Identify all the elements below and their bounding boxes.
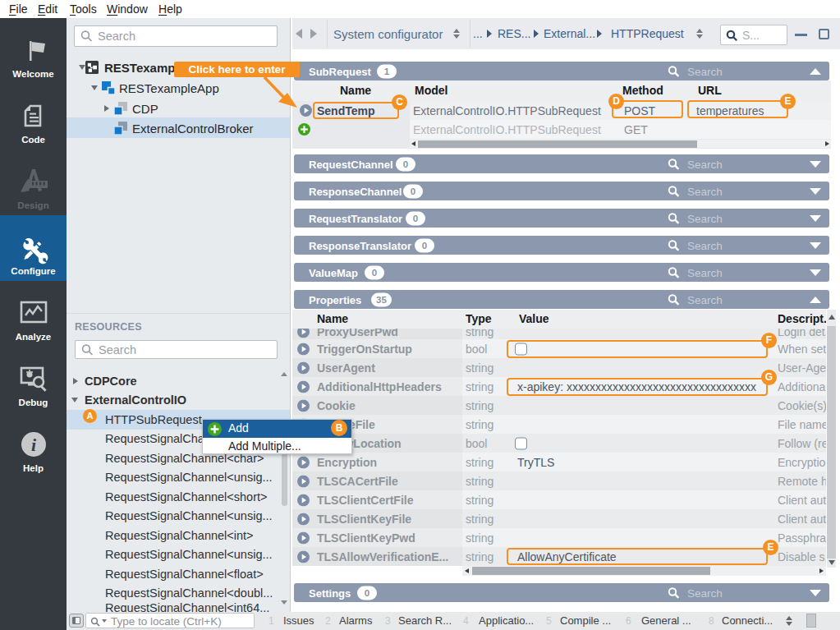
svg-text:i: i <box>30 435 36 455</box>
